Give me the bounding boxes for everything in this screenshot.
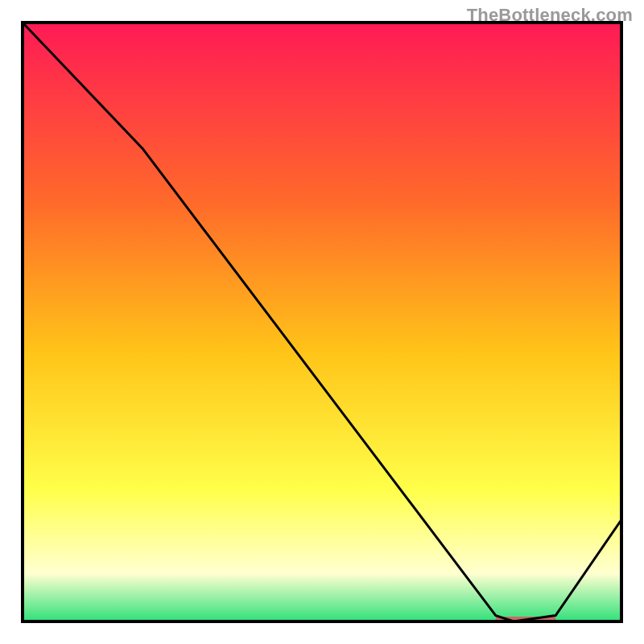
chart-container: TheBottleneck.com <box>0 0 644 644</box>
watermark-text: TheBottleneck.com <box>467 5 633 26</box>
bottleneck-chart <box>0 0 644 644</box>
gradient-background <box>23 23 621 621</box>
